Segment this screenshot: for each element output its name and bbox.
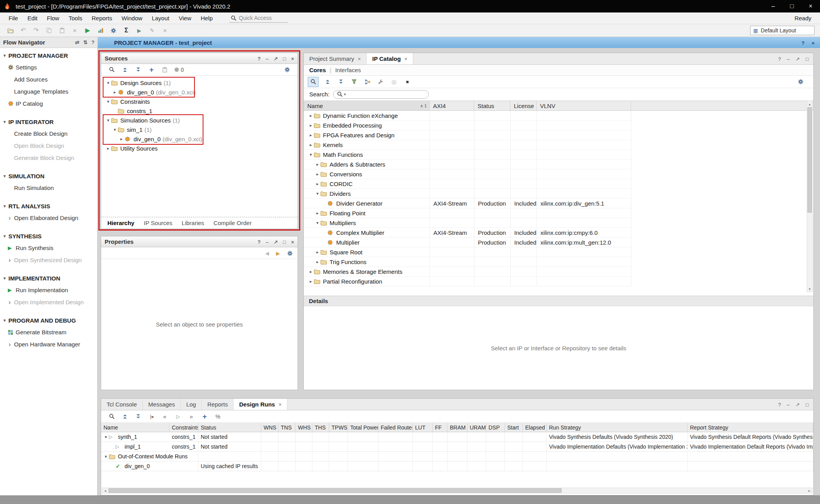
vertical-scrollbar[interactable]: ▴ ▾	[807, 101, 813, 292]
help-icon[interactable]: ?	[801, 39, 804, 46]
fn-item-open-synthesized-design[interactable]: ›Open Synthesized Design	[0, 254, 97, 266]
run-icon[interactable]: ▶	[81, 25, 94, 36]
column-header-elapsed[interactable]: Elapsed	[523, 423, 547, 432]
chevron-down-icon[interactable]: ▾	[308, 152, 314, 157]
clipboard-icon[interactable]	[158, 65, 171, 75]
menu-flow[interactable]: Flow	[42, 15, 64, 21]
forward-arrow-icon[interactable]: ▶	[276, 250, 280, 256]
fn-section-header-rtl-analysis[interactable]: ▾RTL ANALYSIS	[0, 200, 97, 212]
help-icon[interactable]: ?	[778, 55, 781, 62]
fn-item-run-implementation[interactable]: ▶Run Implementation	[0, 284, 97, 296]
fn-item-run-synthesis[interactable]: ▶Run Synthesis	[0, 242, 97, 254]
chevron-down-icon[interactable]: ▾	[105, 80, 111, 85]
paste-icon[interactable]	[55, 25, 68, 36]
settings-icon[interactable]	[107, 25, 120, 36]
menu-view[interactable]: View	[174, 15, 196, 21]
menu-tools[interactable]: Tools	[64, 15, 87, 21]
source-item-sim-1[interactable]: ▾sim_1(1)	[101, 125, 298, 134]
subtab-cores[interactable]: Cores	[309, 67, 326, 73]
minimize-icon[interactable]: –	[266, 238, 268, 245]
maximize-icon[interactable]: □	[806, 401, 809, 408]
scroll-down-icon[interactable]: ▾	[807, 286, 812, 292]
skip-start-icon[interactable]: |◂	[145, 412, 158, 422]
float-icon[interactable]: ↗	[795, 401, 800, 408]
fn-section-header-program-and-debug[interactable]: ▾PROGRAM AND DEBUG	[0, 314, 97, 326]
fn-item-add-sources[interactable]: Add Sources	[0, 73, 97, 85]
help-icon[interactable]: ?	[257, 55, 260, 62]
run-row-div-gen-0[interactable]: ✓div_gen_0Using cached IP results	[101, 461, 813, 471]
horizontal-scrollbar[interactable]: ◂ ▸	[102, 488, 813, 493]
fn-item-open-hardware-manager[interactable]: ›Open Hardware Manager	[0, 338, 97, 350]
minimize-icon[interactable]: –	[764, 0, 783, 12]
maximize-icon[interactable]: □	[283, 55, 286, 62]
scroll-right-icon[interactable]: ▸	[806, 488, 812, 493]
chevron-right-icon[interactable]: ▸	[308, 133, 314, 138]
expand-all-icon[interactable]	[334, 77, 348, 87]
minimize-icon[interactable]: –	[787, 401, 790, 408]
forward-icon[interactable]: »	[185, 412, 198, 422]
ip-row-dividers[interactable]: ▾Dividers	[304, 189, 631, 199]
fn-item-language-templates[interactable]: Language Templates	[0, 85, 97, 98]
menu-layout[interactable]: Layout	[147, 15, 174, 21]
column-header-tns[interactable]: TNS	[278, 423, 296, 432]
column-header-start[interactable]: Start	[505, 423, 523, 432]
float-icon[interactable]: ↗	[274, 55, 278, 62]
scroll-up-icon[interactable]: ▴	[807, 101, 812, 107]
sigma-icon[interactable]: Σ	[120, 25, 133, 36]
ip-row-math-functions[interactable]: ▾Math Functions	[304, 150, 631, 160]
tab-messages[interactable]: Messages	[143, 399, 181, 410]
column-header-name[interactable]: Name	[101, 423, 169, 432]
ip-catalog-settings-gear-icon[interactable]	[794, 77, 807, 87]
delete-icon[interactable]: ×	[68, 25, 81, 36]
scrollbar-thumb[interactable]	[808, 107, 812, 213]
column-header-ff[interactable]: FF	[433, 423, 447, 432]
chevron-down-icon[interactable]: ▾	[103, 435, 109, 440]
maximize-icon[interactable]: □	[806, 55, 809, 62]
ip-search-input[interactable]: ▾	[333, 90, 429, 99]
ip-row-fpga-features-and-design[interactable]: ▸FPGA Features and Design	[304, 130, 631, 140]
play-step-icon[interactable]: ▶	[133, 25, 146, 36]
fn-item-open-implemented-design[interactable]: ›Open Implemented Design	[0, 296, 97, 308]
percent-icon[interactable]: %	[211, 412, 225, 422]
tab-project-summary[interactable]: Project Summary×	[304, 53, 367, 64]
help-icon[interactable]: ?	[778, 401, 781, 408]
ip-row-adders-subtracters[interactable]: ▸Adders & Subtracters	[304, 160, 631, 169]
maximize-icon[interactable]: □	[783, 0, 801, 12]
column-header-ths[interactable]: THS	[312, 423, 329, 432]
close-icon[interactable]: ×	[404, 56, 407, 62]
column-header-wns[interactable]: WNS	[261, 423, 278, 432]
float-icon[interactable]: ↗	[274, 238, 278, 245]
fn-item-settings[interactable]: Settings	[0, 61, 97, 73]
chevron-right-icon[interactable]: ▸	[118, 137, 125, 142]
undo-icon[interactable]: ↶	[17, 25, 30, 36]
column-header-report-strategy[interactable]: Report Strategy	[688, 423, 813, 432]
sources-settings-gear-icon[interactable]	[280, 65, 294, 75]
search-icon[interactable]	[105, 65, 118, 75]
fn-item-generate-block-design[interactable]: Generate Block Design	[0, 152, 97, 164]
collapse-all-icon[interactable]	[321, 77, 334, 87]
fn-item-generate-bitstream[interactable]: Generate Bitstream	[0, 326, 97, 338]
chevron-right-icon[interactable]: ▸	[314, 181, 321, 186]
quick-access-input[interactable]: Quick Access	[229, 14, 288, 23]
chevron-right-icon[interactable]: ▸	[314, 250, 321, 255]
copy-icon[interactable]	[43, 25, 55, 36]
run-row-out-of-context-module-runs[interactable]: ▾Out-of-Context Module Runs	[101, 452, 813, 461]
chevron-down-icon[interactable]: ▾	[314, 220, 321, 225]
close-icon[interactable]: ×	[278, 401, 282, 408]
chevron-down-icon[interactable]: ▾	[314, 191, 321, 196]
open-icon[interactable]	[4, 25, 17, 36]
ip-row-floating-point[interactable]: ▸Floating Point	[304, 208, 631, 218]
chevron-right-icon[interactable]: ▸	[105, 146, 111, 151]
chevron-right-icon[interactable]: ▸	[314, 259, 321, 264]
fn-item-open-elaborated-design[interactable]: ›Open Elaborated Design	[0, 212, 97, 224]
stop-icon[interactable]: ■	[401, 77, 414, 87]
fn-item-create-block-design[interactable]: Create Block Design	[0, 128, 97, 140]
column-header-status[interactable]: Status	[474, 101, 510, 110]
ip-row-conversions[interactable]: ▸Conversions	[304, 169, 631, 179]
ip-row-embedded-processing[interactable]: ▸Embedded Processing	[304, 121, 631, 130]
cancel-icon[interactable]: ×	[159, 25, 171, 36]
search-icon[interactable]	[308, 77, 319, 87]
caret-icon[interactable]: ▾	[344, 91, 346, 97]
menu-window[interactable]: Window	[117, 15, 147, 21]
close-icon[interactable]: ×	[801, 0, 820, 12]
